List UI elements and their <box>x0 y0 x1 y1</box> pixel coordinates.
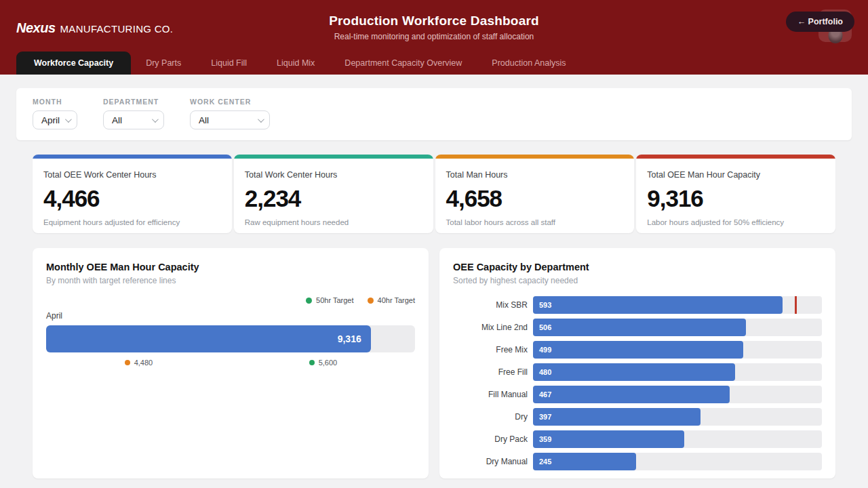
bar-fill: 359 <box>533 430 684 448</box>
legend-dot-icon <box>368 298 374 304</box>
chart-panels: Monthly OEE Man Hour Capacity By month w… <box>33 248 835 479</box>
bar-fill: 467 <box>533 386 730 403</box>
bar-fill: 245 <box>533 453 636 470</box>
bar-row-fill-manual: Fill Manual467 <box>453 386 822 403</box>
panel-subtitle: Sorted by highest capacity needed <box>453 276 822 285</box>
target-marker-row: 4,4805,600 <box>46 359 415 369</box>
kpi-card-total-man-hours: Total Man Hours4,658Total labor hours ac… <box>435 155 635 233</box>
filter-bar: MONTHAprilDEPARTMENTAllWORK CENTERAll <box>16 88 852 140</box>
bar-value-label: 506 <box>539 323 551 331</box>
capacity-redline-marker <box>795 296 797 314</box>
legend-label: 40hr Target <box>378 296 415 304</box>
filter-month: MONTHApril <box>33 98 77 129</box>
bar-value-label: 593 <box>539 301 551 309</box>
kpi-label: Total OEE Man Hour Capacity <box>647 170 825 180</box>
bar-track: 499 <box>533 341 822 359</box>
marker-label: 5,600 <box>319 359 338 367</box>
bar-category-label: Dry <box>453 412 533 422</box>
bar-row-mix-line-2nd: Mix Line 2nd506 <box>453 319 822 336</box>
bar-value-label: 467 <box>539 390 551 399</box>
legend-item-50hr-target: 50hr Target <box>306 296 353 304</box>
bar-track: 480 <box>533 363 822 381</box>
target-marker-5-600: 5,600 <box>309 359 338 367</box>
kpi-description: Total labor hours across all staff <box>446 218 624 226</box>
bar-value-label: 397 <box>539 413 551 421</box>
chart-legend: 50hr Target40hr Target <box>46 296 415 304</box>
bar-row-mix-sbr: Mix SBR593 <box>453 296 822 314</box>
kpi-body: Total OEE Work Center Hours4,466Equipmen… <box>33 159 232 226</box>
kpi-row: Total OEE Work Center Hours4,466Equipmen… <box>33 155 835 233</box>
bar-row-dry-pack: Dry Pack359 <box>453 430 822 448</box>
bar-category-label: Dry Pack <box>453 434 533 444</box>
select-value: All <box>199 115 209 125</box>
select-value: April <box>41 115 60 125</box>
monthly-capacity-panel: Monthly OEE Man Hour Capacity By month w… <box>33 248 429 479</box>
department-capacity-panel: OEE Capacity by Department Sorted by hig… <box>439 248 835 479</box>
bar-value-label: 480 <box>539 368 551 376</box>
work-center-select[interactable]: All <box>190 110 270 129</box>
bar-track: 506 <box>533 319 822 336</box>
bar-value-label: 359 <box>539 435 551 443</box>
kpi-label: Total OEE Work Center Hours <box>43 170 221 180</box>
bar-fill: 506 <box>533 319 746 336</box>
month-select[interactable]: April <box>33 110 77 129</box>
legend-label: 50hr Target <box>316 296 353 304</box>
bar-row-free-mix: Free Mix499 <box>453 341 822 359</box>
month-label: April <box>46 311 415 321</box>
tab-bar: Workforce CapacityDry PartsLiquid FillLi… <box>16 52 580 75</box>
chevron-down-icon <box>152 116 159 123</box>
bar-fill: 397 <box>533 408 701 426</box>
bar-value-label: 499 <box>539 346 551 354</box>
bar-track: 397 <box>533 408 822 426</box>
kpi-card-total-oee-work-center-hours: Total OEE Work Center Hours4,466Equipmen… <box>33 155 232 233</box>
bar-row-free-fill: Free Fill480 <box>453 363 822 381</box>
select-value: All <box>112 115 122 125</box>
header: Nexus MANUFACTURING CO. Production Workf… <box>0 0 868 75</box>
tab-workforce-capacity[interactable]: Workforce Capacity <box>16 52 131 75</box>
bar-track: 467 <box>533 386 822 403</box>
filter-department: DEPARTMENTAll <box>103 98 164 129</box>
kpi-value: 2,234 <box>245 185 422 212</box>
department-select[interactable]: All <box>103 110 164 129</box>
kpi-description: Equipment hours adjusted for efficiency <box>43 218 221 226</box>
bar-track: 593 <box>533 296 822 314</box>
tab-dry-parts[interactable]: Dry Parts <box>131 52 196 75</box>
portfolio-back-button[interactable]: ← Portfolio <box>786 12 854 32</box>
bar-value-label: 245 <box>539 458 551 466</box>
tab-liquid-mix[interactable]: Liquid Mix <box>262 52 330 75</box>
tab-production-analysis[interactable]: Production Analysis <box>477 52 580 75</box>
kpi-value: 9,316 <box>647 185 825 212</box>
tab-liquid-fill[interactable]: Liquid Fill <box>196 52 262 75</box>
bar-category-label: Dry Manual <box>453 457 533 466</box>
kpi-card-total-work-center-hours: Total Work Center Hours2,234Raw equipmen… <box>234 155 433 233</box>
bar-row-dry: Dry397 <box>453 408 822 426</box>
bar-category-label: Mix Line 2nd <box>453 323 533 332</box>
filter-label: WORK CENTER <box>190 98 270 106</box>
kpi-label: Total Man Hours <box>446 170 624 180</box>
marker-dot-icon <box>309 360 315 365</box>
page-title: Production Workforce Dashboard <box>0 14 868 28</box>
kpi-label: Total Work Center Hours <box>245 170 422 180</box>
bar-category-label: Fill Manual <box>453 390 533 399</box>
panel-subtitle: By month with target reference lines <box>46 276 415 285</box>
bar-fill: 593 <box>533 296 783 314</box>
chevron-down-icon <box>65 116 72 123</box>
bar-track: 359 <box>533 430 822 448</box>
bar-category-label: Free Mix <box>453 345 533 354</box>
kpi-card-total-oee-man-hour-capacity: Total OEE Man Hour Capacity9,316Labor ho… <box>636 155 835 233</box>
month-bar-track: 9,316 <box>46 325 415 352</box>
kpi-value: 4,658 <box>446 185 624 212</box>
filter-label: DEPARTMENT <box>103 98 164 106</box>
month-bar-value: 9,316 <box>338 333 361 344</box>
chevron-down-icon <box>258 116 264 123</box>
kpi-description: Labor hours adjusted for 50% efficiency <box>647 218 825 226</box>
kpi-description: Raw equipment hours needed <box>245 218 422 226</box>
bar-category-label: Free Fill <box>453 367 533 377</box>
kpi-body: Total Man Hours4,658Total labor hours ac… <box>435 159 635 226</box>
bar-track: 245 <box>533 453 822 470</box>
panel-title: Monthly OEE Man Hour Capacity <box>46 262 415 272</box>
tab-department-capacity-overview[interactable]: Department Capacity Overview <box>330 52 477 75</box>
kpi-value: 4,466 <box>43 185 221 212</box>
bar-fill: 480 <box>533 363 735 381</box>
marker-dot-icon <box>125 360 130 365</box>
